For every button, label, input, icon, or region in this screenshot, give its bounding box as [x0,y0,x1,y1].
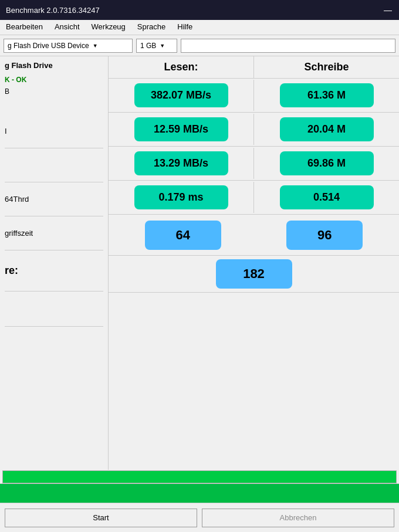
size-dropdown[interactable]: 1 GB ▼ [136,39,177,53]
device-dropdown-text: g Flash Drive USB Device [8,42,89,50]
total-score-cell: 182 [109,256,399,292]
read-value-rand: 12.59 MB/s [134,117,228,141]
chevron-down-icon: ▼ [160,43,165,49]
device-dropdown[interactable]: g Flash Drive USB Device ▼ [4,39,133,53]
read-value-seq: 382.07 MB/s [134,83,228,107]
table-row: 382.07 MB/s 61.36 M [109,79,399,113]
table-row: 12.59 MB/s 20.04 M [109,113,399,147]
cell-seq-read: 382.07 MB/s [109,80,254,111]
sidebar-row-64thrd: 64Thrd [5,182,103,216]
read-value-64thrd: 13.29 MB/s [134,151,228,175]
score-row: 64 96 [109,215,399,256]
menu-hilfe[interactable]: Hilfe [171,21,198,33]
sidebar-info: B [5,87,103,96]
progress-bar-container [2,470,397,483]
window-title: Benchmark 2.0.7316.34247 [6,6,100,15]
window-controls: — [383,5,393,15]
menu-ansicht[interactable]: Ansicht [49,21,86,33]
search-input[interactable] [181,39,395,53]
main-content: g Flash Drive K - OK B I 64Thrd griffsze… [0,56,399,470]
cell-64thrd-read: 13.29 MB/s [109,148,254,179]
toolbar: g Flash Drive USB Device ▼ 1 GB ▼ [0,35,399,56]
write-value-seq: 61.36 M [280,83,374,107]
score-cells: 64 96 [109,217,399,253]
menu-sprache[interactable]: Sprache [131,21,171,33]
table-body: 382.07 MB/s 61.36 M 12.59 MB/s [109,79,399,470]
col-header-write: Schreibe [254,56,399,78]
size-dropdown-text: 1 GB [140,42,156,50]
status-bar [0,484,399,503]
total-score-row: 182 [109,256,399,293]
cell-64thrd-write: 69.86 M [254,148,399,179]
menu-bar: Bearbeiten Ansicht Werkzeug Sprache Hilf… [0,20,399,35]
cancel-button[interactable]: Abbrechen [202,509,394,527]
benchmark-table: Lesen: Schreibe 382.07 MB/s 61.36 M [109,56,399,470]
sidebar-row-extra [5,292,103,327]
read-value-access: 0.179 ms [134,185,228,209]
sidebar-status: K - OK [5,76,103,84]
progress-row [0,470,399,484]
chevron-down-icon: ▼ [93,43,98,49]
row-cells-access: 0.179 ms 0.514 [109,182,399,213]
table-row: 0.179 ms 0.514 [109,181,399,215]
sidebar-row-seq: I [5,114,103,148]
write-value-rand: 20.04 M [280,117,374,141]
cell-seq-write: 61.36 M [254,80,399,111]
score-read: 64 [145,221,221,250]
score-write: 96 [286,221,363,250]
sidebar: g Flash Drive K - OK B I 64Thrd griffsze… [0,56,109,470]
sidebar-row-access: griffszeit [5,216,103,250]
row-cells-64thrd: 13.29 MB/s 69.86 M [109,148,399,179]
row-cells-seq: 382.07 MB/s 61.36 M [109,80,399,111]
minimize-button[interactable]: — [383,5,393,15]
col-header-read: Lesen: [109,56,254,78]
sidebar-row-score: re: [5,250,103,292]
bottom-buttons: Start Abbrechen [0,503,399,532]
table-row: 13.29 MB/s 69.86 M [109,147,399,181]
table-header: Lesen: Schreibe [109,56,399,79]
progress-bar [3,471,396,483]
write-value-64thrd: 69.86 M [280,151,374,175]
cell-rand-read: 12.59 MB/s [109,114,254,145]
menu-werkzeug[interactable]: Werkzeug [86,21,131,33]
start-button[interactable]: Start [5,509,197,527]
cell-access-write: 0.514 [254,182,399,213]
title-bar: Benchmark 2.0.7316.34247 — [0,0,399,20]
sidebar-row-rand [5,148,103,182]
cell-rand-write: 20.04 M [254,114,399,145]
cell-access-read: 0.179 ms [109,182,254,213]
write-value-access: 0.514 [280,185,374,209]
score-total: 182 [216,259,292,289]
application-window: Benchmark 2.0.7316.34247 — Bearbeiten An… [0,0,399,532]
menu-bearbeiten[interactable]: Bearbeiten [0,21,49,33]
row-cells-rand: 12.59 MB/s 20.04 M [109,114,399,145]
sidebar-device-name: g Flash Drive [5,61,103,70]
